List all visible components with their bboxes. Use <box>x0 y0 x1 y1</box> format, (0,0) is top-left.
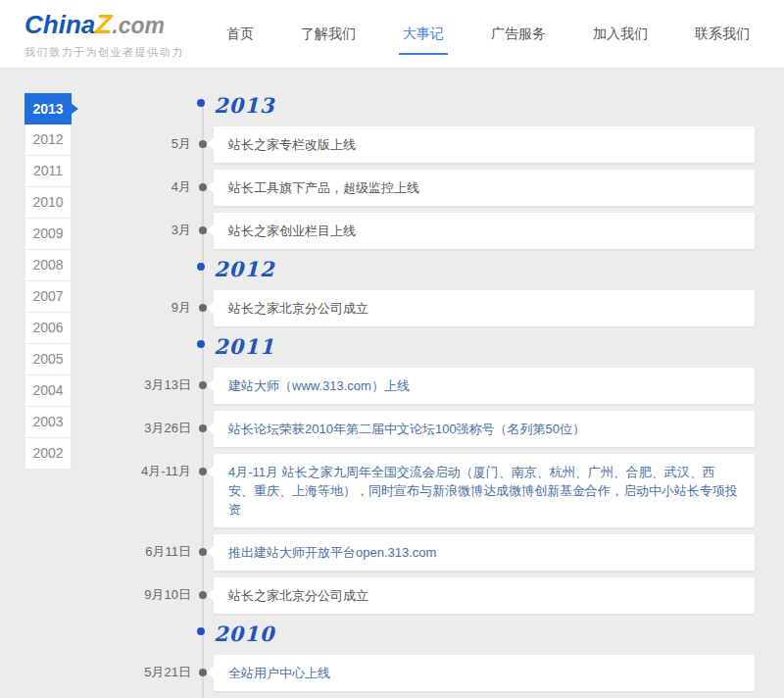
nav-item[interactable]: 首页 <box>226 25 254 43</box>
event-date: 3月 <box>127 222 191 239</box>
timeline-year-group: 2010 5月21日 全站用户中心上线 5月26日 C2C交易平台站长交易上线 <box>127 622 755 698</box>
timeline-event-row: 5月21日 全站用户中心上线 <box>127 655 755 691</box>
main-content: 2013 5月 站长之家专栏改版上线 4月 站长工具旗下产品，超级监控上线 3月… <box>0 69 784 698</box>
chinaz-logo[interactable]: ChinaZ.com 我们致力于为创业者提供动力 <box>24 10 184 60</box>
event-date: 9月 <box>127 299 191 317</box>
event-date: 9月10日 <box>127 586 191 604</box>
logo-z-text: Z <box>95 9 112 39</box>
event-card: 站长之家北京分公司成立 <box>214 577 755 614</box>
event-dot-icon <box>199 468 207 475</box>
sidebar-year-item[interactable]: 2011 <box>24 156 72 187</box>
timeline-year-group: 2012 9月 站长之家北京分公司成立 <box>127 257 755 326</box>
event-dot-icon <box>199 548 207 556</box>
nav-item[interactable]: 大事记 <box>403 25 444 43</box>
nav-item[interactable]: 广告服务 <box>491 25 546 43</box>
logo-tagline: 我们致力于为创业者提供动力 <box>24 45 184 60</box>
event-date: 3月26日 <box>127 420 191 437</box>
sidebar-year-item[interactable]: 2010 <box>24 187 72 219</box>
event-text: 站长之家专栏改版上线 <box>228 137 356 152</box>
nav-item[interactable]: 了解我们 <box>301 25 356 43</box>
logo-com-text: .com <box>112 13 165 38</box>
timeline-event-row: 9月10日 站长之家北京分公司成立 <box>127 577 755 614</box>
event-card: 全站用户中心上线 <box>214 655 755 691</box>
event-card: 推出建站大师开放平台open.313.com <box>214 534 755 571</box>
event-date: 5月 <box>127 135 191 153</box>
sidebar-year-item[interactable]: 2004 <box>24 375 72 407</box>
sidebar-year-nav: 2013201220112010200920082007200620052004… <box>24 93 72 470</box>
nav-item-label: 大事记 <box>403 25 444 41</box>
event-text[interactable]: 站长论坛荣获2010年第二届中文论坛100强称号（名列第50位） <box>228 422 585 436</box>
event-dot-icon <box>199 140 207 148</box>
sidebar-year-item[interactable]: 2009 <box>24 219 72 250</box>
event-dot-icon <box>199 183 207 191</box>
year-events: 5月21日 全站用户中心上线 5月26日 C2C交易平台站长交易上线 <box>127 655 755 698</box>
timeline-event-row: 4月 站长工具旗下产品，超级监控上线 <box>127 170 755 206</box>
event-text[interactable]: 4月-11月 站长之家九周年全国交流会启动（厦门、南京、杭州、广州、合肥、武汉、… <box>228 465 738 517</box>
year-label: 2010 <box>214 622 274 646</box>
sidebar-year-item[interactable]: 2013 <box>24 93 72 125</box>
event-date: 5月21日 <box>127 664 191 681</box>
logo-china-text: China <box>24 10 95 39</box>
timeline-event-row: 6月11日 推出建站大师开放平台open.313.com <box>127 534 755 571</box>
year-label: 2011 <box>214 334 274 359</box>
event-card: 站长之家创业栏目上线 <box>214 213 755 249</box>
timeline-event-row: 3月13日 建站大师（www.313.com）上线 <box>127 368 755 404</box>
sidebar-year-item[interactable]: 2012 <box>24 125 72 156</box>
year-marker-icon <box>197 263 205 271</box>
year-events: 9月 站长之家北京分公司成立 <box>127 290 755 326</box>
sidebar-year-item[interactable]: 2003 <box>24 407 72 438</box>
event-card: 4月-11月 站长之家九周年全国交流会启动（厦门、南京、杭州、广州、合肥、武汉、… <box>214 454 755 527</box>
nav-item-label: 了解我们 <box>301 25 356 41</box>
sidebar-year-item[interactable]: 2006 <box>24 313 72 344</box>
events-timeline: 2013 5月 站长之家专栏改版上线 4月 站长工具旗下产品，超级监控上线 3月… <box>127 93 755 698</box>
event-date: 4月 <box>127 178 191 196</box>
year-marker-icon <box>197 627 205 635</box>
event-card: 站长工具旗下产品，超级监控上线 <box>214 170 755 206</box>
sidebar-year-item[interactable]: 2007 <box>24 281 72 313</box>
timeline-event-row: 3月 站长之家创业栏目上线 <box>127 213 755 249</box>
event-text: 站长工具旗下产品，超级监控上线 <box>228 180 419 195</box>
header-nav: 首页 了解我们 大事记 广告服务 加入我们 联系我们 <box>226 0 750 69</box>
nav-item-label: 广告服务 <box>491 25 546 41</box>
event-text[interactable]: 推出建站大师开放平台open.313.com <box>228 545 436 560</box>
nav-item-label: 加入我们 <box>593 25 648 41</box>
nav-item[interactable]: 加入我们 <box>593 25 648 43</box>
timeline-year-heading: 2010 <box>214 622 755 647</box>
event-text[interactable]: 全站用户中心上线 <box>228 666 330 680</box>
year-label: 2013 <box>214 93 274 118</box>
event-text: 站长之家北京分公司成立 <box>228 301 368 316</box>
event-dot-icon <box>199 591 207 599</box>
event-text[interactable]: 建站大师（www.313.com）上线 <box>228 378 410 393</box>
year-marker-icon <box>197 99 205 107</box>
timeline-year-heading: 2011 <box>214 334 755 360</box>
year-marker-icon <box>197 340 205 348</box>
timeline-event-row: 9月 站长之家北京分公司成立 <box>127 290 755 326</box>
sidebar-year-item[interactable]: 2008 <box>24 250 72 281</box>
event-dot-icon <box>199 669 207 676</box>
event-date: 6月11日 <box>127 543 191 561</box>
logo-wordmark: ChinaZ.com <box>24 10 184 43</box>
event-text: 站长之家北京分公司成立 <box>228 588 368 603</box>
event-dot-icon <box>199 226 207 234</box>
timeline-year-heading: 2013 <box>214 93 755 119</box>
timeline-year-group: 2013 5月 站长之家专栏改版上线 4月 站长工具旗下产品，超级监控上线 3月… <box>127 93 755 249</box>
event-date: 3月13日 <box>127 376 191 394</box>
event-dot-icon <box>199 424 207 432</box>
sidebar-year-item[interactable]: 2002 <box>24 438 72 470</box>
nav-item-label: 联系我们 <box>695 25 750 41</box>
sidebar-year-item[interactable]: 2005 <box>24 344 72 375</box>
year-events: 3月13日 建站大师（www.313.com）上线 3月26日 站长论坛荣获20… <box>127 368 755 614</box>
event-card: 站长论坛荣获2010年第二届中文论坛100强称号（名列第50位） <box>214 411 755 447</box>
event-dot-icon <box>199 304 207 312</box>
event-card: 站长之家北京分公司成立 <box>214 290 755 326</box>
timeline-event-row: 5月 站长之家专栏改版上线 <box>127 126 755 163</box>
nav-item[interactable]: 联系我们 <box>695 25 750 43</box>
event-date: 4月-11月 <box>127 463 191 480</box>
event-card: 站长之家专栏改版上线 <box>214 126 755 163</box>
timeline-event-row: 4月-11月 4月-11月 站长之家九周年全国交流会启动（厦门、南京、杭州、广州… <box>127 454 755 527</box>
timeline-year-group: 2011 3月13日 建站大师（www.313.com）上线 3月26日 站长论… <box>127 334 755 614</box>
page-header: ChinaZ.com 我们致力于为创业者提供动力 首页 了解我们 大事记 广告服… <box>0 0 784 69</box>
timeline-groups: 2013 5月 站长之家专栏改版上线 4月 站长工具旗下产品，超级监控上线 3月… <box>127 93 755 698</box>
event-card: 建站大师（www.313.com）上线 <box>214 368 755 404</box>
event-dot-icon <box>199 381 207 389</box>
